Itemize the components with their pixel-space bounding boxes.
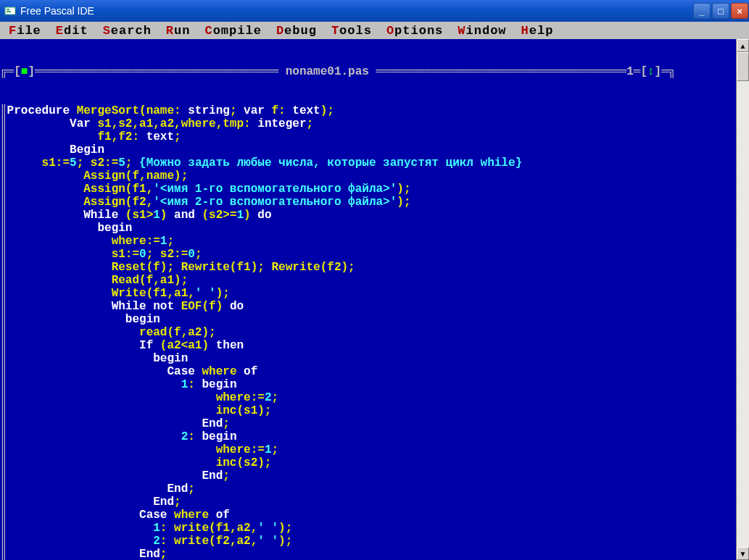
menubar: FileEditSearchRunCompileDebugToolsOption… [0, 22, 749, 39]
svg-rect-1 [7, 9, 9, 10]
code-area[interactable]: ║Procedure MergeSort(name: string; var f… [0, 104, 736, 560]
scroll-up-button[interactable]: ▲ [737, 39, 749, 52]
code-line[interactable]: ║ Var s1,s2,a1,a2,where,tmp: integer; [0, 117, 736, 130]
code-line[interactable]: ║ f1,f2: text; [0, 130, 736, 143]
menu-options[interactable]: Options [386, 24, 443, 38]
svg-rect-2 [7, 11, 11, 12]
code-line[interactable]: ║ Assign(f1,'<имя 1-го вспомогательного … [0, 183, 736, 196]
code-line[interactable]: ║ Write(f1,a1,' '); [0, 287, 736, 300]
code-line[interactable]: ║ begin [0, 313, 736, 326]
code-line[interactable]: ║ End; [0, 469, 736, 482]
code-line[interactable]: ║ begin [0, 352, 736, 365]
maximize-button[interactable]: □ [712, 3, 729, 19]
menu-debug[interactable]: Debug [276, 24, 317, 38]
code-line[interactable]: ║ where:=1; [0, 443, 736, 456]
menu-run[interactable]: Run [166, 24, 191, 38]
editor-filename: noname01.pas [286, 65, 369, 78]
window-title: Free Pascal IDE [20, 5, 94, 17]
code-editor[interactable]: ╔═[■]═══════════════════════════════════… [0, 39, 736, 560]
code-line[interactable]: ║ End; [0, 482, 736, 496]
menu-edit[interactable]: Edit [56, 24, 88, 38]
code-line[interactable]: ║ 2: begin [0, 430, 736, 443]
code-line[interactable]: ║ While (s1>1) and (s2>=1) do [0, 209, 736, 222]
workspace: ╔═[■]═══════════════════════════════════… [0, 39, 749, 560]
code-line[interactable]: ║ begin [0, 222, 736, 235]
code-line[interactable]: ║ where:=1; [0, 235, 736, 248]
vertical-scrollbar[interactable]: ▲ ▼ [736, 39, 749, 560]
code-line[interactable]: ║ where:=2; [0, 391, 736, 404]
code-line[interactable]: ║ While not EOF(f) do [0, 300, 736, 313]
code-line[interactable]: ║ Case where of [0, 365, 736, 378]
editor-frame-top: ╔═[■]═══════════════════════════════════… [0, 65, 736, 78]
code-line[interactable]: ║ inc(s1); [0, 404, 736, 417]
scrollbar-track[interactable] [737, 52, 749, 547]
code-line[interactable]: ║ read(f,a2); [0, 326, 736, 339]
code-line[interactable]: ║ s1:=5; s2:=5; {Можно задать любые числ… [0, 156, 736, 170]
code-line[interactable]: ║ Begin [0, 143, 736, 156]
code-line[interactable]: ║ Assign(f2,'<имя 2-го вспомогательного … [0, 196, 736, 209]
code-line[interactable]: ║ Case where of [0, 509, 736, 522]
menu-window[interactable]: Window [458, 24, 506, 38]
menu-compile[interactable]: Compile [204, 24, 261, 38]
code-line[interactable]: ║ End; [0, 496, 736, 509]
code-line[interactable]: ║ inc(s2); [0, 456, 736, 469]
menu-file[interactable]: File [9, 24, 41, 38]
code-line[interactable]: ║ Reset(f); Rewrite(f1); Rewrite(f2); [0, 261, 736, 274]
code-line[interactable]: ║ 1: write(f1,a2,' '); [0, 522, 736, 535]
window-titlebar: Free Pascal IDE _ □ × [0, 0, 749, 22]
menu-search[interactable]: Search [103, 24, 152, 38]
menu-help[interactable]: Help [521, 24, 554, 38]
code-line[interactable]: ║ If (a2<a1) then [0, 339, 736, 352]
code-line[interactable]: ║ s1:=0; s2:=0; [0, 248, 736, 261]
code-line[interactable]: ║ End; [0, 417, 736, 430]
code-line[interactable]: ║ 2: write(f2,a2,' '); [0, 535, 736, 548]
scrollbar-thumb[interactable] [737, 52, 749, 81]
close-button[interactable]: × [731, 3, 748, 19]
code-line[interactable]: ║ End; [0, 548, 736, 560]
app-icon [4, 5, 16, 17]
code-line[interactable]: ║ Read(f,a1); [0, 274, 736, 287]
scroll-down-button[interactable]: ▼ [737, 547, 749, 560]
code-line[interactable]: ║ Assign(f,name); [0, 170, 736, 183]
minimize-button[interactable]: _ [693, 3, 711, 19]
code-line[interactable]: ║Procedure MergeSort(name: string; var f… [0, 104, 736, 117]
code-line[interactable]: ║ 1: begin [0, 378, 736, 391]
menu-tools[interactable]: Tools [331, 24, 372, 38]
